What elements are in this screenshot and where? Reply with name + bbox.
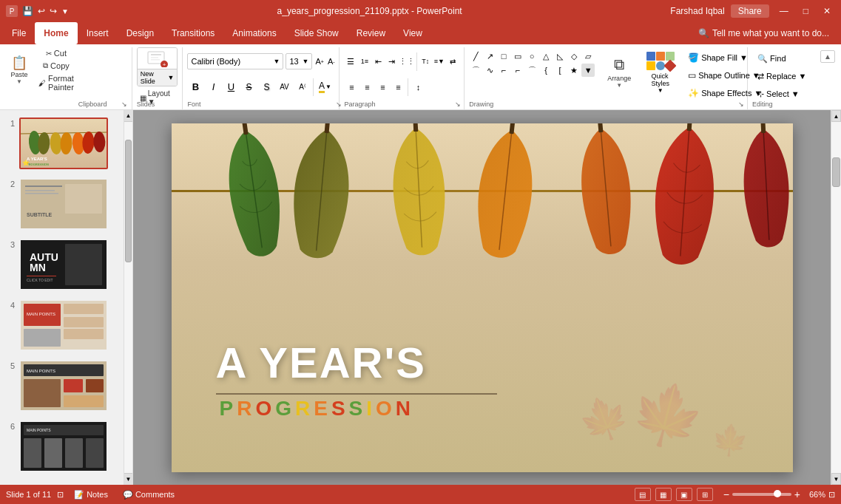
curved-conn-shape[interactable]: ⌒ <box>525 64 538 77</box>
bold-button[interactable]: B <box>187 79 203 95</box>
increase-font-button[interactable]: A+ <box>314 54 324 69</box>
notes-button[interactable]: 📝 Notes <box>70 488 112 501</box>
arrow-shape[interactable]: ↗ <box>483 50 496 63</box>
slide-sorter-btn[interactable]: ▦ <box>655 488 672 501</box>
shadow-button[interactable]: S <box>258 79 274 95</box>
canvas-scroll-thumb[interactable] <box>832 157 840 187</box>
italic-button[interactable]: I <box>205 79 221 95</box>
numbering-button[interactable]: 1≡ <box>358 54 371 69</box>
zoom-level[interactable]: 66% <box>803 490 825 499</box>
normal-view-btn[interactable]: ▤ <box>635 488 651 501</box>
close-btn[interactable]: ✕ <box>819 4 835 18</box>
slide-item-5[interactable]: 5 MAIN POINTS <box>3 358 121 413</box>
new-slide-button[interactable]: + New Slide ▼ <box>137 47 178 86</box>
zoom-thumb[interactable] <box>774 490 781 497</box>
slide-item-1[interactable]: 1 <box>3 116 121 171</box>
font-color-button[interactable]: A ▼ <box>317 79 333 95</box>
slide-subtitle[interactable]: P R O G R E S S I O N <box>220 397 415 420</box>
quick-save[interactable]: 💾 <box>22 6 33 16</box>
zoom-slider[interactable] <box>732 493 791 496</box>
strikethrough-button[interactable]: S <box>240 79 257 95</box>
canvas-scroll-up[interactable]: ▲ <box>831 110 841 122</box>
slide-item-4[interactable]: 4 MAIN POINTS <box>3 298 121 353</box>
minimize-btn[interactable]: — <box>775 4 793 18</box>
slide-title[interactable]: A YEAR'S <box>216 338 426 387</box>
rect-shape[interactable]: □ <box>497 50 510 63</box>
redo-btn[interactable]: ↪ <box>50 6 57 16</box>
connector-shape[interactable]: ⌐ <box>497 64 510 77</box>
slide-item-2[interactable]: 2 SUBTITLE <box>3 177 121 231</box>
format-painter-button[interactable]: 🖌 Format Painter <box>36 72 77 93</box>
font-name-box[interactable]: Calibri (Body) ▼ <box>187 53 283 69</box>
menu-transitions[interactable]: Transitions <box>163 22 223 44</box>
elbow-shape[interactable]: ⌐ <box>511 64 524 77</box>
scroll-down-btn[interactable]: ▼ <box>124 473 132 485</box>
menu-home[interactable]: Home <box>35 22 77 44</box>
comments-button[interactable]: 💬 Comments <box>118 488 179 501</box>
fit-slide-btn[interactable]: ⊡ <box>828 490 835 500</box>
underline-button[interactable]: U <box>223 79 239 95</box>
indent-decrease-button[interactable]: ⇤ <box>372 54 385 69</box>
rtriangle-shape[interactable]: ◺ <box>553 50 567 63</box>
round-rect-shape[interactable]: ▭ <box>511 50 524 63</box>
clipboard-expand[interactable]: ↘ <box>121 101 127 108</box>
decrease-font-button[interactable]: A- <box>327 54 336 69</box>
more-shapes[interactable]: ▼ <box>581 64 595 77</box>
text-direction-btn[interactable]: T↕ <box>419 54 433 69</box>
align-right-button[interactable]: ≡ <box>375 80 390 95</box>
bracket-shape[interactable]: [ <box>553 64 567 77</box>
quick-styles-button[interactable]: QuickStyles ▼ <box>644 50 677 95</box>
slide-item-6[interactable]: 6 MAIN POINTS <box>3 419 121 474</box>
undo-btn[interactable]: ↩ <box>38 6 45 16</box>
copy-button[interactable]: ⧉ Copy <box>36 60 77 72</box>
arrange-button[interactable]: ⧉ Arrange ▼ <box>601 50 638 95</box>
collapse-ribbon-button[interactable]: ▲ <box>820 50 835 63</box>
zoom-decrease-btn[interactable]: − <box>723 488 729 500</box>
menu-animations[interactable]: Animations <box>223 22 285 44</box>
paste-button[interactable]: 📋 Paste ▼ <box>4 47 34 93</box>
slide-panel-scrollbar[interactable]: ▲ ▼ <box>124 110 133 485</box>
oval-shape[interactable]: ○ <box>525 50 538 63</box>
bullets-button[interactable]: ☰ <box>344 54 357 69</box>
text-direction-button[interactable]: A⁽ <box>294 79 310 95</box>
brace-shape[interactable]: { <box>539 64 553 77</box>
customize-btn[interactable]: ▼ <box>61 7 69 16</box>
char-spacing-button[interactable]: AV <box>276 79 292 95</box>
menu-insert[interactable]: Insert <box>78 22 118 44</box>
menu-review[interactable]: Review <box>348 22 394 44</box>
star-shape[interactable]: ★ <box>567 64 581 77</box>
menu-design[interactable]: Design <box>118 22 163 44</box>
triangle-shape[interactable]: △ <box>539 50 553 63</box>
font-size-box[interactable]: 13 ▼ <box>286 53 312 69</box>
main-slide[interactable]: 🍁 🍁 🍁 A YEAR'S P R O G R E S S I O N <box>172 123 793 472</box>
canvas-right-scrollbar[interactable]: ▲ ▼ <box>831 110 841 485</box>
menu-search[interactable]: 🔍 Tell me what you want to do... <box>689 22 838 44</box>
canvas-scroll-down[interactable]: ▼ <box>831 473 841 485</box>
slide-info-icon[interactable]: ⊡ <box>57 490 64 500</box>
freeform-shape[interactable]: ∿ <box>483 64 496 77</box>
line-spacing-button[interactable]: ↕ <box>411 80 425 95</box>
curvedline-shape[interactable]: ⌒ <box>469 64 482 77</box>
replace-button[interactable]: ⇄ Replace ▼ <box>752 68 811 84</box>
line-shape[interactable]: ╱ <box>469 50 482 63</box>
columns-button[interactable]: ⋮⋮ <box>399 54 414 69</box>
share-btn[interactable]: Share <box>731 4 769 18</box>
maximize-btn[interactable]: □ <box>799 4 813 18</box>
align-text-button[interactable]: ≡▼ <box>433 54 446 69</box>
parallelogram-shape[interactable]: ▱ <box>581 50 595 63</box>
indent-increase-button[interactable]: ⇥ <box>385 54 399 69</box>
zoom-increase-btn[interactable]: + <box>794 488 800 500</box>
justify-button[interactable]: ≡ <box>391 80 405 95</box>
align-center-button[interactable]: ≡ <box>359 80 374 95</box>
slideshow-btn[interactable]: ⊞ <box>697 488 713 501</box>
menu-file[interactable]: File <box>3 22 35 44</box>
drawing-expand[interactable]: ↘ <box>738 101 744 108</box>
reading-view-btn[interactable]: ▣ <box>676 488 692 501</box>
diamond-shape[interactable]: ◇ <box>567 50 581 63</box>
cut-button[interactable]: ✂ Cut <box>36 47 77 59</box>
paragraph-expand[interactable]: ↘ <box>455 101 461 108</box>
find-button[interactable]: 🔍 Find <box>752 50 811 67</box>
font-color-dropdown[interactable]: ▼ <box>325 84 331 90</box>
menu-view[interactable]: View <box>394 22 431 44</box>
slide-item-3[interactable]: 3 AUTU MN CLICK TO EDIT <box>3 237 121 292</box>
